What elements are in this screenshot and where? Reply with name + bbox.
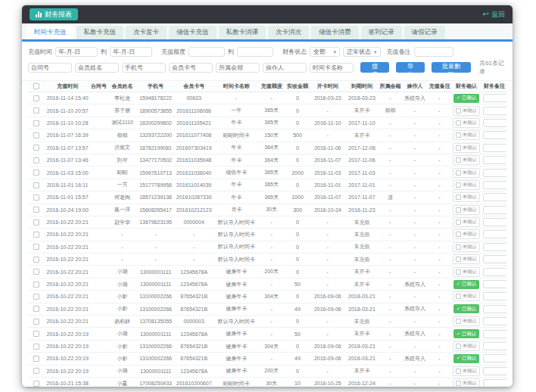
finance-remark-input[interactable] bbox=[483, 144, 506, 152]
finance-remark-input[interactable] bbox=[483, 156, 506, 164]
finance-unconfirmed-checkbox[interactable]: 未确认 bbox=[453, 291, 481, 301]
finance-remark-input[interactable] bbox=[483, 367, 506, 375]
amount-to-input[interactable] bbox=[237, 47, 273, 57]
finance-remark-input[interactable] bbox=[483, 305, 506, 313]
row-checkbox[interactable] bbox=[33, 120, 39, 126]
finance-confirmed-badge[interactable]: ✓ 已确认 bbox=[453, 304, 480, 313]
finance-unconfirmed-checkbox[interactable]: 未确认 bbox=[453, 267, 481, 277]
row-checkbox[interactable] bbox=[33, 306, 39, 312]
finance-remark-input[interactable] bbox=[483, 330, 506, 338]
finance-unconfirmed-checkbox[interactable]: 未确认 bbox=[453, 155, 481, 165]
row-checkbox[interactable] bbox=[33, 95, 39, 101]
row-checkbox[interactable] bbox=[33, 257, 39, 263]
finance-unconfirmed-checkbox[interactable]: 未确认 bbox=[453, 341, 481, 351]
row-checkbox[interactable] bbox=[33, 331, 39, 337]
finance-confirmed-badge[interactable]: ✓ 已确认 bbox=[453, 329, 480, 338]
finance-confirmed-badge[interactable]: ✓ 已确认 bbox=[453, 94, 480, 103]
finance-remark-input[interactable] bbox=[483, 317, 506, 325]
phone-input[interactable] bbox=[122, 63, 166, 73]
row-checkbox[interactable] bbox=[33, 132, 39, 138]
finance-unconfirmed-checkbox[interactable]: 未确认 bbox=[453, 130, 481, 140]
finance-unconfirmed-checkbox[interactable]: 未确认 bbox=[453, 254, 481, 264]
finance-remark-input[interactable] bbox=[483, 169, 506, 177]
finance-confirmed-badge[interactable]: ✓ 已确认 bbox=[453, 280, 480, 289]
contract-no-input[interactable] bbox=[28, 63, 72, 73]
finance-remark-input[interactable] bbox=[483, 131, 506, 139]
finance-remark-input[interactable] bbox=[483, 379, 506, 387]
row-checkbox[interactable] bbox=[33, 319, 39, 325]
finance-unconfirmed-checkbox[interactable]: 未确认 bbox=[453, 229, 481, 239]
finance-remark-input[interactable] bbox=[483, 218, 506, 226]
row-checkbox[interactable] bbox=[33, 232, 39, 238]
finance-remark-input[interactable] bbox=[483, 230, 506, 238]
select-all-checkbox[interactable] bbox=[33, 83, 39, 89]
row-checkbox[interactable] bbox=[33, 381, 39, 387]
tab-stored-card-consume[interactable]: 储值卡消费 bbox=[311, 26, 359, 39]
tab-time-card-recharge[interactable]: 时间卡充值 bbox=[26, 26, 74, 39]
row-checkbox[interactable] bbox=[33, 294, 39, 300]
finance-remark-input[interactable] bbox=[483, 354, 506, 362]
finance-unconfirmed-checkbox[interactable]: 未确认 bbox=[453, 378, 481, 387]
finance-unconfirmed-checkbox[interactable]: 未确认 bbox=[453, 217, 481, 227]
tab-count-card-consume[interactable]: 次卡消次 bbox=[268, 26, 309, 39]
recharge-remark-input[interactable] bbox=[414, 47, 453, 57]
row-checkbox[interactable] bbox=[33, 244, 39, 250]
finance-unconfirmed-checkbox[interactable]: 未确认 bbox=[453, 143, 481, 153]
row-checkbox[interactable] bbox=[33, 207, 39, 213]
finance-unconfirmed-checkbox[interactable]: 未确认 bbox=[453, 168, 481, 178]
tab-pt-card-recharge[interactable]: 私教卡充值 bbox=[76, 26, 124, 39]
operator-input[interactable] bbox=[263, 63, 307, 73]
membership-input[interactable] bbox=[216, 63, 260, 73]
time-card-name-input[interactable] bbox=[310, 63, 354, 73]
row-checkbox[interactable] bbox=[33, 107, 39, 114]
row-checkbox[interactable] bbox=[33, 356, 39, 362]
finance-remark-input[interactable] bbox=[483, 342, 506, 350]
row-checkbox[interactable] bbox=[33, 157, 39, 163]
member-card-input[interactable] bbox=[169, 63, 213, 73]
amount-from-input[interactable] bbox=[189, 47, 225, 57]
tab-count-card-issue[interactable]: 次卡发卡 bbox=[126, 26, 167, 39]
tab-stored-card-recharge[interactable]: 储值卡充值 bbox=[169, 26, 217, 39]
back-button[interactable]: ↩ 返回 bbox=[483, 10, 505, 20]
finance-remark-input[interactable] bbox=[483, 193, 506, 201]
finance-remark-input[interactable] bbox=[483, 181, 506, 189]
tab-leave-records[interactable]: 请假记录 bbox=[404, 26, 445, 39]
batch-delete-button[interactable]: 批量删除 bbox=[432, 62, 471, 73]
finance-unconfirmed-checkbox[interactable]: 未确认 bbox=[453, 192, 481, 202]
finance-unconfirmed-checkbox[interactable]: 未确认 bbox=[453, 205, 481, 215]
row-checkbox[interactable] bbox=[33, 269, 39, 275]
finance-remark-input[interactable] bbox=[483, 94, 506, 102]
finance-remark-input[interactable] bbox=[483, 107, 506, 115]
row-checkbox[interactable] bbox=[33, 170, 39, 176]
finance-status-select[interactable]: 全部 ▾ bbox=[310, 47, 340, 57]
finance-remark-input[interactable] bbox=[483, 119, 506, 127]
finance-unconfirmed-checkbox[interactable]: 未确认 bbox=[453, 118, 481, 128]
recharge-date-from-input[interactable] bbox=[55, 47, 98, 57]
finance-remark-input[interactable] bbox=[483, 268, 506, 276]
recharge-date-to-input[interactable] bbox=[110, 47, 152, 57]
finance-remark-input[interactable] bbox=[483, 243, 506, 251]
search-button[interactable]: 搜索 bbox=[360, 62, 389, 73]
finance-unconfirmed-checkbox[interactable]: 未确认 bbox=[453, 366, 481, 376]
row-checkbox[interactable] bbox=[33, 194, 39, 201]
record-status-select[interactable]: 正常状态 ▾ bbox=[343, 47, 381, 57]
finance-remark-input[interactable] bbox=[483, 292, 506, 300]
finance-confirmed-badge[interactable]: ✓ 已确认 bbox=[453, 354, 480, 363]
finance-unconfirmed-checkbox[interactable]: 未确认 bbox=[453, 180, 481, 190]
finance-remark-input[interactable] bbox=[483, 255, 506, 263]
export-button[interactable]: 导出 bbox=[396, 62, 425, 73]
finance-unconfirmed-checkbox[interactable]: 未确认 bbox=[453, 316, 481, 326]
row-checkbox[interactable] bbox=[33, 282, 39, 288]
member-name-input[interactable] bbox=[75, 63, 119, 73]
row-checkbox[interactable] bbox=[33, 219, 39, 226]
finance-unconfirmed-checkbox[interactable]: 未确认 bbox=[453, 242, 481, 252]
tab-checkin-records[interactable]: 签到记录 bbox=[361, 26, 402, 39]
row-checkbox[interactable] bbox=[33, 368, 39, 374]
row-checkbox[interactable] bbox=[33, 145, 39, 151]
row-checkbox[interactable] bbox=[33, 344, 39, 350]
finance-remark-input[interactable] bbox=[483, 280, 506, 288]
finance-unconfirmed-checkbox[interactable]: 未确认 bbox=[453, 106, 481, 116]
row-checkbox[interactable] bbox=[33, 182, 39, 188]
finance-remark-input[interactable] bbox=[483, 206, 506, 214]
tab-pt-card-consume[interactable]: 私教卡消课 bbox=[219, 26, 266, 39]
